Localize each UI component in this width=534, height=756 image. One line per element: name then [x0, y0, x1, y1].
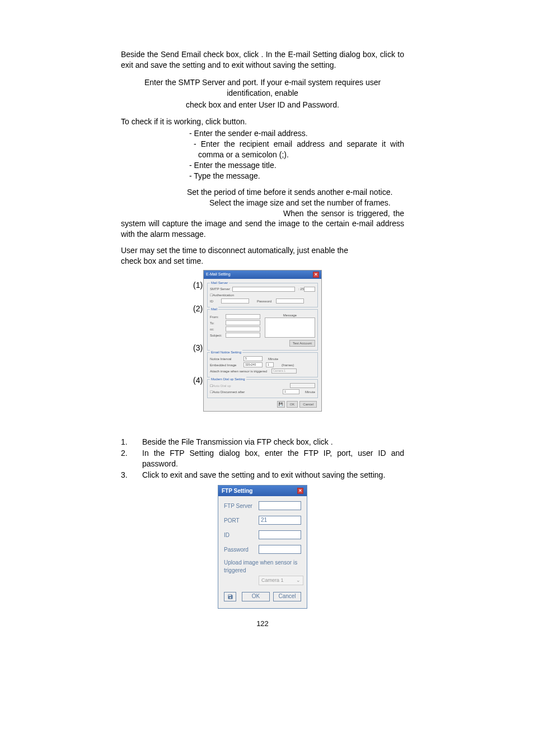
cc-input[interactable]: [226, 326, 260, 332]
section2-li3: - Enter the message title.: [121, 160, 404, 171]
auth-checkbox-label[interactable]: Authentication: [213, 293, 234, 297]
email-setting-dialog: E-Mail Setting × Mail Server SMTP Server…: [203, 270, 322, 412]
chevron-down-icon: ⌄: [296, 577, 301, 584]
close-icon[interactable]: ×: [297, 488, 303, 494]
cc-label: cc:: [210, 327, 226, 332]
notice-interval-label: Notice Interval: [210, 357, 243, 361]
auto-dialup-label[interactable]: Auto Dial up: [213, 384, 231, 388]
text: to exit without saving the setting.: [272, 470, 385, 479]
disconnect-input[interactable]: 1: [283, 389, 299, 394]
pwd-input[interactable]: [276, 298, 304, 304]
ftp-ok-button[interactable]: OK: [242, 592, 270, 601]
cancel-button[interactable]: Cancel: [299, 401, 317, 408]
auto-disconnect-label[interactable]: Auto Disconnect after: [213, 390, 252, 394]
mail-group: Mail From: To: cc: Subject: Message: [207, 309, 318, 351]
text: to exit without saving the setting.: [223, 60, 336, 69]
section2-p1: To check if it is working, click button.: [121, 116, 404, 127]
disc-minute-label: Minute: [305, 390, 315, 394]
from-label: From:: [210, 315, 226, 319]
subject-label: Subject:: [210, 333, 226, 338]
smtp-input[interactable]: [232, 287, 295, 292]
dialog-titlebar: E-Mail Setting ×: [204, 270, 321, 279]
email-dialog-wrapper: (1) (2) (3) (4) E-Mail Setting × Mail Se…: [203, 270, 322, 412]
text: check box and enter User ID and Password…: [186, 100, 339, 109]
section2-li4: - Type the message.: [121, 171, 404, 181]
attach-label: Attach image when sensor is triggered: [210, 369, 271, 374]
legend: Mail Server: [210, 281, 229, 285]
ftp-step-1: 1. Beside the File Transmission via FTP …: [121, 437, 404, 447]
to-input[interactable]: [226, 320, 260, 325]
ftp-password-input[interactable]: [259, 545, 301, 554]
text: . In the E-mail Setting dialog box, clic…: [261, 50, 397, 59]
close-icon[interactable]: ×: [313, 272, 319, 278]
message-textarea[interactable]: [265, 318, 315, 338]
marker-2: (2): [193, 304, 203, 314]
port-label: : 25: [298, 287, 304, 291]
dialup-select[interactable]: [290, 383, 315, 388]
floppy-icon: [227, 594, 233, 600]
email-notice-group: Email Notice Setting Notice Interval 5 M…: [207, 352, 318, 377]
text: Click: [142, 470, 161, 479]
embedded-label: Embedded Image: [210, 363, 243, 367]
dialog-titlebar: FTP Setting ×: [218, 486, 307, 497]
embedded-select[interactable]: 320x240: [243, 362, 263, 367]
legend: Modem Dial up Setting: [210, 377, 246, 381]
section3-p1: Set the period of time before it sends a…: [121, 187, 404, 198]
to-label: To:: [210, 321, 226, 325]
ftp-step-3: 3. Click to exit and save the setting an…: [121, 470, 404, 480]
minute-label: Minute: [268, 357, 278, 361]
ftp-password-label: Password: [224, 546, 259, 554]
ftp-camera-select[interactable]: Camera 1 ⌄: [259, 576, 303, 585]
page-number: 122: [121, 619, 404, 629]
selected-value: Camera 1: [261, 577, 284, 584]
section2-li1: - Enter the sender e-mail address.: [121, 128, 404, 139]
text: Beside the File Transmission via FTP che…: [142, 437, 331, 446]
step-number: 1.: [121, 437, 142, 447]
ftp-cancel-button[interactable]: Cancel: [273, 592, 301, 601]
text: To check if it is working, click: [121, 117, 223, 126]
frames-select[interactable]: 1: [266, 362, 274, 367]
test-account-button[interactable]: Test Account: [289, 340, 315, 347]
page-content: Beside the Send Email check box, click .…: [121, 49, 404, 628]
ok-button[interactable]: OK: [287, 401, 298, 408]
camera-select[interactable]: Camera 1: [271, 368, 297, 374]
ftp-id-label: ID: [224, 531, 259, 539]
ftp-step-2: 2. In the FTP Setting dialog box, enter …: [121, 448, 404, 469]
ftp-port-label: PORT: [224, 517, 259, 525]
step-number: 2.: [121, 448, 142, 469]
ftp-save-icon-button[interactable]: [224, 592, 236, 601]
marker-4: (4): [193, 375, 203, 386]
section3-p3: When the sensor is triggered, the system…: [121, 208, 404, 240]
text: Beside the Send Email check box, click: [121, 50, 261, 59]
notice-interval-input[interactable]: 5: [243, 356, 263, 361]
section3-p2: Select the image size and set the number…: [121, 198, 404, 208]
legend: Email Notice Setting: [210, 350, 242, 354]
marker-3: (3): [193, 343, 203, 353]
text: Enter the SMTP Server and port. If your …: [144, 78, 381, 97]
ftp-id-input[interactable]: [259, 530, 301, 539]
text: In the FTP Setting dialog box, enter the…: [142, 448, 404, 469]
text: .: [331, 437, 333, 446]
marker-1: (1): [193, 280, 203, 291]
legend: Mail: [210, 307, 218, 311]
text: button.: [223, 117, 247, 126]
upload-text: Upload image when sensor is triggered: [224, 559, 301, 574]
save-icon-button[interactable]: 💾: [277, 401, 285, 408]
ftp-server-label: FTP Server: [224, 502, 259, 510]
from-input[interactable]: [226, 314, 260, 319]
subject-input[interactable]: [226, 333, 260, 338]
id-label: ID: [210, 299, 221, 304]
section4-p1: User may set the time to disconnect auto…: [121, 245, 404, 256]
ftp-port-input[interactable]: 21: [259, 516, 301, 525]
ftp-server-input[interactable]: [259, 501, 301, 510]
mail-server-group: Mail Server SMTP Server : 25 ☐ Authentic…: [207, 283, 318, 307]
ftp-setting-dialog: FTP Setting × FTP Server PORT 21 ID Pass…: [218, 485, 307, 609]
id-input[interactable]: [221, 298, 249, 304]
dialog-title-text: E-Mail Setting: [206, 272, 231, 278]
section1-p: Enter the SMTP Server and port. If your …: [121, 77, 404, 99]
port-input[interactable]: [304, 287, 315, 292]
message-label: Message: [265, 313, 315, 318]
intro-para: Beside the Send Email check box, click .…: [121, 49, 404, 71]
pwd-label: Password: [257, 299, 276, 304]
text: When the sensor is triggered, the system…: [121, 209, 404, 239]
